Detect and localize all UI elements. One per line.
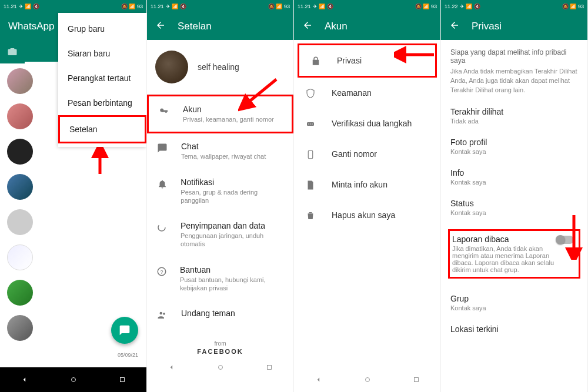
item-sub: Tidak ada: [450, 118, 578, 125]
privacy-last-seen[interactable]: Terakhir dilihat Tidak ada: [450, 107, 578, 125]
item-sub: Kontak saya: [450, 304, 578, 311]
privacy-group[interactable]: Grup Kontak saya: [450, 294, 578, 311]
profile-name: self healing: [198, 62, 239, 72]
row-title: Hapus akun saya: [332, 210, 395, 220]
setting-notifications[interactable]: NotifikasiPesan, grup & nada dering pang…: [147, 169, 293, 213]
nav-recent-icon[interactable]: [412, 375, 421, 384]
privacy-read-receipts[interactable]: Laporan dibaca Jika dimatikan, Anda tida…: [448, 229, 580, 279]
setting-sub: Pesan, grup & nada dering panggilan: [181, 188, 284, 205]
svg-point-6: [163, 313, 165, 315]
chat-row[interactable]: [0, 169, 146, 205]
android-nav: [0, 367, 146, 392]
status-icons-left: ✈ 📶 🔇: [460, 4, 480, 9]
setting-account[interactable]: Akun Privasi, keamanan, ganti nomor: [147, 95, 293, 133]
setting-sub: Privasi, keamanan, ganti nomor: [183, 115, 274, 123]
facebook-label: FACEBOOK: [147, 348, 293, 355]
menu-item-new-broadcast[interactable]: Siaran baru: [58, 41, 146, 66]
account-security[interactable]: Keamanan: [294, 78, 440, 108]
privacy-status[interactable]: Status Kontak saya: [450, 199, 578, 216]
key-icon: [158, 105, 170, 116]
overflow-menu: Grup baru Siaran baru Perangkat tertaut …: [58, 13, 146, 147]
row-title: Verifikasi dua langkah: [332, 119, 412, 128]
back-button[interactable]: [302, 20, 313, 33]
privacy-about[interactable]: Info Kontak saya: [450, 168, 578, 186]
status-icons-left: ✈ 📶 🔇: [313, 4, 333, 9]
header: Setelan: [147, 13, 293, 40]
status-time: 11.21: [298, 4, 311, 9]
status-icons-right: 🔕 📶 93: [268, 4, 290, 9]
chat-icon: [119, 324, 131, 336]
nav-home-icon[interactable]: [69, 375, 78, 384]
chat-row[interactable]: [0, 275, 146, 310]
nav-recent-icon[interactable]: [265, 363, 274, 372]
account-privacy[interactable]: Privasi: [298, 43, 437, 78]
status-icons-right: 🔕 📶 93: [121, 4, 143, 9]
avatar: [7, 280, 33, 306]
app-title: WhatsApp: [8, 21, 54, 32]
screen-account: 11.21✈ 📶 🔇 🔕 📶 93 Akun Privasi Keamanan …: [294, 0, 441, 392]
setting-text: Akun Privasi, keamanan, ganti nomor: [183, 105, 274, 123]
item-sub: Jika dimatikan, Anda tidak akan mengirim…: [452, 245, 570, 273]
privacy-live-location[interactable]: Lokasi terkini: [450, 324, 578, 334]
avatar: [7, 174, 33, 200]
page-title: Privasi: [472, 21, 502, 32]
camera-tab[interactable]: [0, 46, 25, 57]
item-title: Grup: [450, 294, 578, 303]
setting-title: Akun: [183, 105, 274, 114]
setting-title: Notifikasi: [181, 177, 284, 187]
menu-item-linked-devices[interactable]: Perangkat tertaut: [58, 66, 146, 91]
setting-title: Chat: [181, 142, 266, 151]
menu-item-new-group[interactable]: Grup baru: [58, 16, 146, 41]
account-request-info[interactable]: Minta info akun: [294, 169, 440, 200]
phone-icon: [305, 148, 316, 160]
back-button[interactable]: [155, 20, 166, 33]
status-icons-right: 🔕 📶 93: [562, 4, 584, 9]
chat-row[interactable]: [0, 240, 146, 275]
section-note: Jika Anda tidak membagikan Terakhir Dili…: [450, 67, 578, 95]
chat-icon: [156, 142, 168, 153]
svg-rect-8: [267, 366, 271, 370]
svg-point-0: [71, 378, 75, 382]
setting-storage[interactable]: Penyimpanan dan dataPenggunaan jaringan,…: [147, 213, 293, 257]
setting-sub: Penggunaan jaringan, unduh otomatis: [181, 232, 284, 249]
nav-home-icon[interactable]: [216, 363, 225, 372]
android-nav: [294, 367, 440, 392]
profile-avatar: [155, 51, 188, 83]
page-title: Akun: [325, 21, 348, 32]
setting-title: Penyimpanan dan data: [181, 221, 284, 230]
avatar: [7, 209, 33, 235]
avatar: [7, 244, 33, 270]
storage-icon: [156, 221, 168, 233]
account-delete[interactable]: Hapus akun saya: [294, 200, 440, 230]
setting-sub: Tema, wallpaper, riwayat chat: [181, 152, 266, 160]
setting-chat[interactable]: ChatTema, wallpaper, riwayat chat: [147, 133, 293, 169]
bell-icon: [156, 177, 168, 189]
back-button[interactable]: [449, 20, 460, 33]
date-stamp: 05/09/21: [118, 352, 138, 358]
header: Privasi: [441, 13, 587, 40]
menu-item-starred[interactable]: Pesan berbintang: [58, 91, 146, 115]
setting-title: Bantuan: [180, 265, 284, 274]
svg-point-11: [310, 123, 311, 125]
setting-invite[interactable]: Undang teman: [147, 300, 293, 329]
statusbar: 11.21✈ 📶 🔇 🔕 📶 93: [0, 0, 146, 13]
status-time: 11.21: [151, 4, 164, 9]
item-title: Terakhir dilihat: [450, 107, 578, 116]
menu-item-settings[interactable]: Setelan: [58, 115, 146, 143]
nav-home-icon[interactable]: [363, 375, 372, 384]
account-2step[interactable]: Verifikasi dua langkah: [294, 108, 440, 139]
nav-back-icon[interactable]: [167, 363, 176, 372]
nav-recent-icon[interactable]: [118, 375, 127, 384]
chat-row[interactable]: [0, 205, 146, 240]
page-title: Setelan: [178, 21, 212, 32]
nav-back-icon[interactable]: [20, 375, 29, 384]
toggle-switch[interactable]: [556, 236, 574, 244]
status-icons-left: ✈ 📶 🔇: [19, 4, 39, 9]
setting-help[interactable]: ? BantuanPusat bantuan, hubungi kami, ke…: [147, 257, 293, 301]
privacy-profile-photo[interactable]: Foto profil Kontak saya: [450, 138, 578, 155]
new-chat-fab[interactable]: [111, 317, 138, 344]
profile-row[interactable]: self healing: [147, 40, 293, 95]
people-icon: [156, 309, 168, 320]
account-change-number[interactable]: Ganti nomor: [294, 139, 440, 169]
nav-back-icon[interactable]: [314, 375, 323, 384]
